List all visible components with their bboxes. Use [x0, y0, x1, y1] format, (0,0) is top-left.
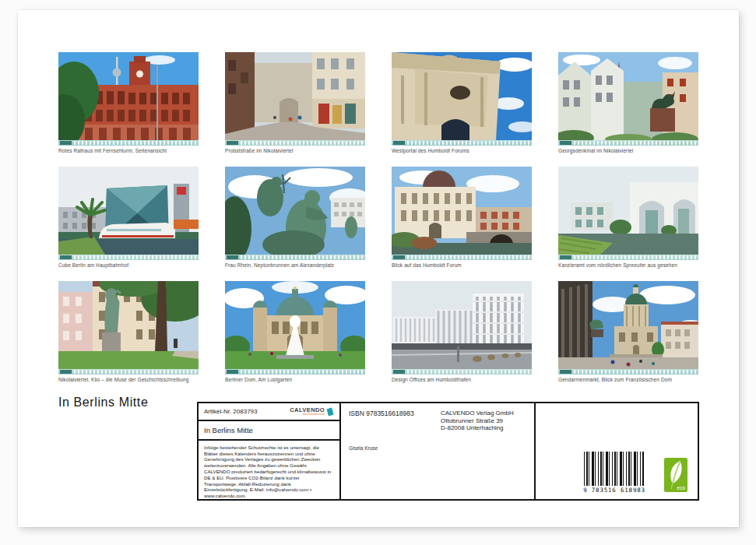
barcode-digits: 9 783516 618983 [582, 487, 646, 494]
humboldt-forum-photo-illustration [392, 167, 532, 260]
mini-calendar-strip [58, 255, 199, 260]
thumbnail-design-offices: Design Offices am Humboldthafen [392, 281, 532, 383]
mini-calendar-strip [58, 140, 199, 146]
gendarmenmarkt-photo-illustration [558, 281, 698, 374]
berliner-dom-photo-illustration [225, 281, 365, 374]
photo-design-offices [392, 281, 532, 374]
photo-klio [58, 281, 199, 374]
mini-calendar-strip [392, 140, 532, 146]
thumbnail-frau-rhein: Frau Rhein, Neptunbrunnen am Alexanderpl… [225, 167, 365, 269]
photo-humboldt-forum [392, 167, 532, 260]
thumbnail-probststrasse: Probststraße im Nikolaiviertel [225, 52, 365, 154]
westportal-photo-illustration [392, 52, 532, 146]
product-title: In Berlins Mitte [204, 426, 253, 434]
calvendo-logo: CALVENDO das Kalenderhaus [290, 407, 334, 417]
article-number-row: Artikel-Nr. 2083793 CALVENDO das Kalende… [199, 403, 339, 421]
thumbnail-humboldt-forum: Blick auf das Humboldt Forum [392, 167, 532, 269]
author-name: Gisela Kruse [349, 445, 526, 451]
photo-probststrasse [225, 52, 365, 146]
thumbnail-grid: Rotes Rathaus mit Fernsehturm, Seitenans… [58, 52, 698, 383]
thumbnail-georgsdenkmal: Georgsdenkmal im Nikolaiviertel [558, 52, 698, 154]
product-info-box: Artikel-Nr. 2083793 CALVENDO das Kalende… [197, 402, 699, 501]
mini-calendar-strip [392, 255, 532, 260]
publisher-line: D-82008 Unterhaching [441, 424, 514, 432]
photo-westportal [392, 52, 532, 146]
product-title-row: In Berlins Mitte [199, 421, 339, 440]
thumbnail-gendarmenmarkt: Gendarmenmarkt, Blick zum Französischen … [558, 281, 698, 383]
thumbnail-caption: Probststraße im Nikolaiviertel [225, 148, 365, 154]
klio-photo-illustration [58, 281, 199, 374]
barcode-bars [584, 452, 645, 486]
eco-badge: eco [664, 458, 687, 492]
thumbnail-kanzleramt: Kanzleramt vom nördlichen Spreeufer aus … [558, 167, 698, 269]
ean-barcode: 9 783516 618983 [582, 452, 646, 494]
isbn: ISBN 9783516618983 [349, 410, 441, 432]
photo-gendarmenmarkt [558, 281, 698, 374]
mini-calendar-strip [58, 369, 199, 374]
photo-rotes-rathaus [58, 52, 199, 146]
thumbnail-caption: Kanzleramt vom nördlichen Spreeufer aus … [558, 262, 698, 269]
calendar-back-cover: Rotes Rathaus mit Fernsehturm, Seitenans… [18, 10, 739, 527]
thumbnail-caption: Westportal des Humboldt Forums [392, 148, 532, 154]
publisher-line: Ottobrunner Straße 39 [441, 417, 514, 425]
thumbnail-westportal: Westportal des Humboldt Forums [392, 52, 532, 154]
mini-calendar-strip [225, 255, 365, 260]
photo-georgsdenkmal [558, 52, 698, 146]
photo-cube-berlin [58, 167, 199, 260]
publisher-address: CALVENDO Verlag GmbH Ottobrunner Straße … [441, 410, 514, 432]
thumbnail-caption: Gendarmenmarkt, Blick zum Französischen … [558, 377, 698, 383]
page-title: In Berlins Mitte [58, 396, 148, 410]
info-left-column: Artikel-Nr. 2083793 CALVENDO das Kalende… [199, 403, 341, 499]
thumbnail-caption: Frau Rhein, Neptunbrunnen am Alexanderpl… [225, 262, 365, 269]
probststrasse-photo-illustration [225, 52, 365, 146]
thumbnail-klio: Nikolaiviertel, Klio – die Muse der Gesc… [58, 281, 199, 383]
kanzleramt-photo-illustration [558, 167, 698, 260]
photo-frau-rhein [225, 167, 365, 260]
mini-calendar-strip [558, 255, 698, 260]
photo-kanzleramt [558, 167, 698, 260]
publisher-line: CALVENDO Verlag GmbH [441, 410, 514, 417]
mini-calendar-strip [225, 140, 365, 146]
article-number: Artikel-Nr. 2083793 [204, 408, 257, 415]
eco-label: eco [677, 485, 685, 490]
info-middle-column: ISBN 9783516618983 CALVENDO Verlag GmbH … [341, 403, 536, 499]
cube-berlin-photo-illustration [58, 167, 199, 260]
thumbnail-caption: Berliner Dom, Am Lustgarten [225, 377, 365, 383]
legal-text: Infolge bestehender Schutzrechte ist es … [199, 441, 339, 499]
calvendo-logo-tagline: das Kalenderhaus [303, 413, 325, 417]
thumbnail-caption: Blick auf das Humboldt Forum [392, 262, 532, 269]
thumbnail-rotes-rathaus: Rotes Rathaus mit Fernsehturm, Seitenans… [58, 52, 199, 154]
mini-calendar-strip [392, 369, 532, 374]
calvendo-flag-icon [326, 407, 334, 417]
mini-calendar-strip [558, 369, 698, 374]
mini-calendar-strip [558, 140, 698, 146]
thumbnail-caption: Design Offices am Humboldthafen [392, 377, 532, 383]
thumbnail-caption: Cube Berlin am Hauptbahnhof [58, 262, 199, 269]
georgsdenkmal-photo-illustration [558, 52, 698, 146]
info-right-column: 9 783516 618983 eco [536, 403, 698, 499]
frau-rhein-photo-illustration [225, 167, 365, 260]
thumbnail-cube-berlin: Cube Berlin am Hauptbahnhof [58, 167, 199, 269]
thumbnail-caption: Rotes Rathaus mit Fernsehturm, Seitenans… [58, 148, 199, 154]
rotes-rathaus-photo-illustration [58, 52, 199, 146]
thumbnail-berliner-dom: Berliner Dom, Am Lustgarten [225, 281, 365, 383]
photo-berliner-dom [225, 281, 365, 374]
thumbnail-caption: Nikolaiviertel, Klio – die Muse der Gesc… [58, 377, 199, 383]
mini-calendar-strip [225, 369, 365, 374]
design-offices-photo-illustration [392, 281, 532, 374]
thumbnail-caption: Georgsdenkmal im Nikolaiviertel [558, 148, 698, 154]
